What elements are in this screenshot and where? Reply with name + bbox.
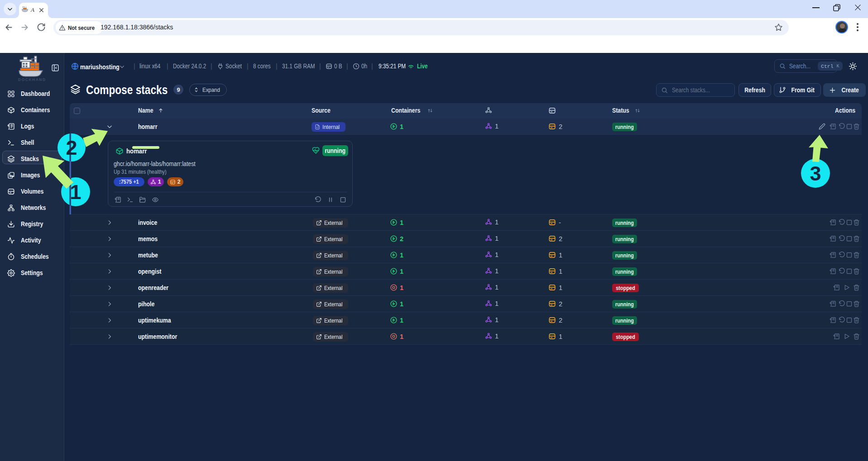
svg-text:1: 1 (70, 181, 81, 204)
svg-text:2: 2 (66, 136, 77, 159)
svg-text:3: 3 (810, 162, 821, 185)
